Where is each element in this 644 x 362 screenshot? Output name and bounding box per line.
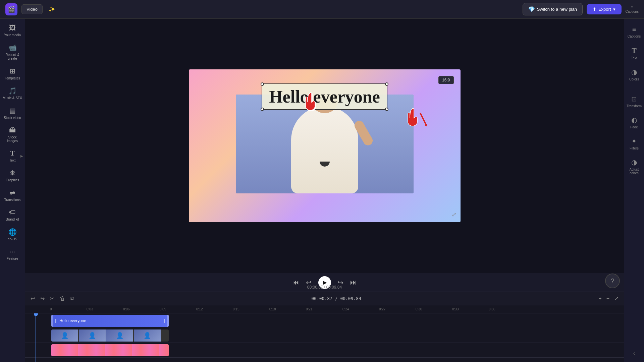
handle-top-left[interactable] bbox=[261, 82, 264, 86]
sidebar-item-your-media[interactable]: 🖼 Your media bbox=[1, 21, 24, 40]
topbar: 🎬 Video ✨ 💎 Switch to a new plan ⬆ Expor… bbox=[0, 0, 644, 19]
graphics-icon: ❋ bbox=[10, 169, 15, 177]
stock-video-icon: ▤ bbox=[9, 107, 16, 115]
skip-end-button[interactable]: ⏭ bbox=[350, 279, 357, 286]
playback-bar: ⏮ ↩ ▶ ↪ ⏭ 00:00.87 / 00:09.84 bbox=[25, 273, 624, 292]
sidebar-item-label-music: Music & SFX bbox=[3, 96, 22, 100]
handle-bottom-right[interactable] bbox=[385, 108, 388, 111]
app-logo[interactable]: 🎬 bbox=[5, 3, 17, 15]
sidebar-item-label-feature: Feature bbox=[7, 257, 18, 260]
captions-button[interactable]: ≡ Captions bbox=[626, 5, 639, 13]
canvas-frame[interactable]: Hello everyone bbox=[189, 69, 461, 222]
ruler-33: 0:33 bbox=[452, 307, 489, 311]
timeline-tracks: ‖ Hello everyone ‖ 👤 👤 👤 bbox=[25, 313, 624, 362]
rs-item-text[interactable]: T Text bbox=[626, 44, 643, 63]
ruler-21: 0:21 bbox=[306, 307, 342, 311]
cut-button[interactable]: ✂ bbox=[49, 294, 56, 303]
expand-timeline-button[interactable]: ⤢ bbox=[613, 294, 620, 303]
zoom-out-button[interactable]: − bbox=[605, 294, 611, 303]
ruler-18: 0:18 bbox=[269, 307, 306, 311]
ruler-9: 0:09 bbox=[160, 307, 196, 311]
upgrade-button[interactable]: 💎 Switch to a new plan bbox=[523, 3, 583, 15]
playhead[interactable] bbox=[36, 313, 36, 362]
sidebar-item-graphics[interactable]: ❋ Graphics bbox=[1, 166, 24, 185]
rs-item-transform[interactable]: ⊡ Transform bbox=[626, 92, 643, 111]
text-overlay[interactable]: Hello everyone bbox=[222, 83, 427, 110]
export-button[interactable]: ⬆ Export ▾ bbox=[587, 4, 622, 14]
bg-clip[interactable] bbox=[51, 344, 169, 356]
upgrade-label: Switch to a new plan bbox=[537, 7, 577, 12]
rs-item-fade[interactable]: ◐ Fade bbox=[626, 113, 643, 132]
text-clip[interactable]: ‖ Hello everyone ‖ bbox=[51, 315, 169, 327]
undo-button[interactable]: ↩ bbox=[29, 294, 36, 303]
expand-icon: ▶ bbox=[20, 154, 23, 158]
sidebar-item-label-stock-video: Stock video bbox=[4, 116, 21, 120]
rs-text-icon: T bbox=[632, 46, 637, 55]
clip-handle-left-text[interactable] bbox=[51, 315, 53, 327]
logo-icon: 🎬 bbox=[8, 6, 15, 13]
video-thumb-1: 👤 bbox=[51, 329, 78, 342]
sidebar-item-en-us[interactable]: 🌐 en-US bbox=[1, 225, 24, 244]
gem-icon: 💎 bbox=[528, 6, 535, 12]
skip-start-button[interactable]: ⏮ bbox=[292, 279, 299, 286]
track-content-video[interactable]: 👤 👤 👤 👤 bbox=[50, 328, 624, 343]
stock-images-icon: 🏔 bbox=[9, 126, 16, 134]
rs-item-colors[interactable]: ◑ Colors bbox=[626, 65, 643, 84]
sidebar-item-templates[interactable]: ⊞ Templates bbox=[1, 64, 24, 83]
center-area: Hello everyone bbox=[25, 19, 624, 362]
text-track-icon: ‖ bbox=[55, 318, 57, 323]
sidebar-item-feature[interactable]: ··· Feature bbox=[1, 245, 24, 263]
duplicate-button[interactable]: ⧉ bbox=[69, 294, 75, 303]
magic-icon[interactable]: ✨ bbox=[47, 4, 57, 15]
text-icon: T bbox=[10, 149, 14, 157]
track-content-bg[interactable] bbox=[50, 343, 624, 357]
delete-button[interactable]: 🗑 bbox=[58, 294, 66, 303]
video-thumb-4: 👤 bbox=[134, 329, 161, 342]
sidebar-item-transitions[interactable]: ⇌ Transitions bbox=[1, 186, 24, 204]
track-content-text[interactable]: ‖ Hello everyone ‖ bbox=[50, 313, 624, 328]
more-icon: ··· bbox=[10, 248, 15, 255]
rs-transform-label: Transform bbox=[627, 104, 642, 108]
rs-adjust-icon: ◑ bbox=[631, 158, 637, 166]
sidebar-item-label-brand: Brand kit bbox=[6, 218, 19, 221]
rs-captions-icon: ≡ bbox=[632, 25, 636, 33]
svg-line-0 bbox=[420, 113, 426, 125]
video-tab[interactable]: Video bbox=[21, 4, 43, 14]
rs-item-filters[interactable]: ✦ Filters bbox=[626, 134, 643, 153]
rs-captions-label: Captions bbox=[628, 35, 641, 38]
sidebar-item-label-lang: en-US bbox=[8, 237, 17, 241]
video-clip[interactable]: 👤 👤 👤 👤 bbox=[51, 329, 169, 342]
zoom-in-button[interactable]: + bbox=[597, 294, 603, 303]
main-area: 🖼 Your media 📹 Record & create ⊞ Templat… bbox=[0, 19, 644, 362]
captions-icon: ≡ bbox=[631, 5, 633, 9]
canvas-title-text: Hello everyone bbox=[269, 87, 380, 106]
rs-collapse-button[interactable]: ‹ bbox=[630, 349, 639, 358]
timeline-section: ↩ ↪ ✂ 🗑 ⧉ 00:00.87 / 00:09.84 + − ⤢ 0 0:… bbox=[25, 292, 624, 362]
rs-fade-icon: ◐ bbox=[631, 116, 637, 124]
help-button[interactable]: ? bbox=[605, 274, 620, 288]
record-icon: 📹 bbox=[8, 44, 17, 52]
sidebar-item-music-sfx[interactable]: 🎵 Music & SFX bbox=[1, 84, 24, 103]
sidebar-item-stock-video[interactable]: ▤ Stock video bbox=[1, 104, 24, 122]
templates-icon: ⊞ bbox=[10, 67, 15, 75]
canvas-wrapper: Hello everyone bbox=[189, 69, 461, 222]
rs-item-captions[interactable]: ≡ Captions bbox=[626, 23, 643, 41]
ruler-0: 0 bbox=[50, 307, 87, 311]
redo-button[interactable]: ↪ bbox=[39, 294, 46, 303]
fullscreen-button[interactable]: ⤢ bbox=[451, 211, 457, 218]
handle-top-right[interactable] bbox=[385, 82, 388, 86]
rs-item-adjust-colors[interactable]: ◑ Adjust colors bbox=[626, 156, 643, 178]
sidebar-item-label-graphics: Graphics bbox=[6, 178, 19, 182]
sidebar-item-brand-kit[interactable]: 🏷 Brand kit bbox=[1, 206, 24, 224]
aspect-ratio-badge[interactable]: 16:9 bbox=[438, 76, 453, 84]
rs-adjust-label: Adjust colors bbox=[627, 168, 642, 175]
text-box[interactable]: Hello everyone bbox=[262, 83, 387, 110]
sidebar-item-stock-images[interactable]: 🏔 Stock images bbox=[1, 124, 24, 145]
ruler-marks: 0 0:03 0:06 0:09 0:12 0:15 0:18 0:21 0:2… bbox=[50, 307, 624, 311]
transitions-icon: ⇌ bbox=[10, 189, 15, 197]
sidebar-item-text[interactable]: T Text ▶ bbox=[1, 147, 24, 165]
sidebar-item-label-record: Record & create bbox=[5, 53, 19, 60]
clip-handle-right-text[interactable] bbox=[167, 315, 169, 327]
sidebar-item-record-create[interactable]: 📹 Record & create bbox=[1, 41, 24, 63]
canvas-area[interactable]: Hello everyone bbox=[25, 19, 624, 273]
